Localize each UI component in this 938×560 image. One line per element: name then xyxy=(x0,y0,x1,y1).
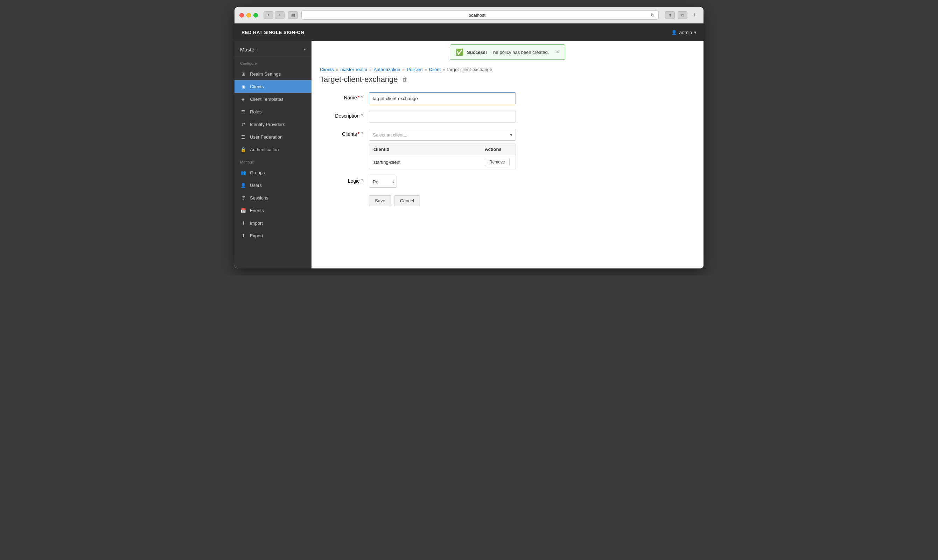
user-menu[interactable]: 👤 Admin ▾ xyxy=(671,30,697,35)
sidebar-item-import[interactable]: ⬇ Import xyxy=(235,217,312,229)
client-templates-icon: ◈ xyxy=(240,96,246,102)
name-help-icon[interactable]: ? xyxy=(361,95,363,100)
share-button[interactable]: ⬆ xyxy=(665,11,675,19)
sidebar-item-clients[interactable]: ◉ Clients xyxy=(235,80,312,93)
clients-label-container: Clients * ? xyxy=(320,129,369,137)
tab-manager-button[interactable]: ⧉ xyxy=(678,11,687,19)
clients-select[interactable]: Select an client... xyxy=(369,129,516,141)
authentication-icon: 🔒 xyxy=(240,146,246,152)
logic-select-wrapper: Po Ne xyxy=(369,176,397,188)
sidebar-label-groups: Groups xyxy=(250,170,265,175)
clients-required: * xyxy=(358,131,360,137)
manage-section-label: Manage xyxy=(235,156,312,166)
reload-button[interactable]: ↻ xyxy=(650,12,655,18)
cancel-button[interactable]: Cancel xyxy=(394,195,420,206)
app-container: RED HAT SINGLE SIGN-ON 👤 Admin ▾ Master … xyxy=(235,23,703,268)
sidebar-item-events[interactable]: 📅 Events xyxy=(235,204,312,217)
sidebar-label-import: Import xyxy=(250,220,263,226)
browser-window: ‹ › ▤ localhost ↻ ⬆ ⧉ + RED HAT SINGLE S… xyxy=(235,7,703,268)
minimize-button[interactable] xyxy=(246,13,251,17)
sidebar-item-sessions[interactable]: ⏱ Sessions xyxy=(235,191,312,204)
realm-name: Master xyxy=(240,46,256,52)
description-label-container: Description ? xyxy=(320,111,369,118)
users-icon: 👤 xyxy=(240,182,246,188)
sidebar-label-roles: Roles xyxy=(250,109,261,114)
browser-actions: ⬆ ⧉ xyxy=(665,11,687,19)
sidebar-toggle-button[interactable]: ▤ xyxy=(288,11,298,19)
identity-providers-icon: ⇄ xyxy=(240,121,246,128)
sidebar-label-client-templates: Client Templates xyxy=(250,97,283,102)
notification-message: The policy has been created. xyxy=(491,50,549,55)
name-input[interactable] xyxy=(369,92,516,104)
description-input[interactable] xyxy=(369,111,516,123)
sidebar-label-user-federation: User Federation xyxy=(250,134,283,140)
export-icon: ⬆ xyxy=(240,232,246,239)
notification-close-button[interactable]: × xyxy=(556,49,559,55)
action-buttons: Save Cancel xyxy=(369,195,420,206)
sidebar-label-identity-providers: Identity Providers xyxy=(250,122,285,127)
breadcrumb-sep-5: » xyxy=(443,67,445,72)
close-button[interactable] xyxy=(239,13,244,17)
top-nav: RED HAT SINGLE SIGN-ON 👤 Admin ▾ xyxy=(235,23,703,41)
description-field-group: Description ? xyxy=(320,111,695,123)
success-notification: ✅ Success! The policy has been created. … xyxy=(450,45,565,60)
breadcrumb-master-realm[interactable]: master-realm xyxy=(340,67,367,72)
sidebar-item-realm-settings[interactable]: ⊞ Realm Settings xyxy=(235,68,312,80)
clients-table: clientId Actions starting-client Remove xyxy=(369,143,516,169)
name-field-group: Name * ? xyxy=(320,92,695,104)
page-title: Target-client-exchange xyxy=(320,75,398,84)
brand: RED HAT SINGLE SIGN-ON xyxy=(241,30,304,35)
clients-field-group: Clients * ? Select an client... xyxy=(320,129,695,169)
realm-caret: ▾ xyxy=(304,47,306,52)
username: Admin xyxy=(679,30,692,35)
clients-help-icon[interactable]: ? xyxy=(361,132,363,137)
logic-select[interactable]: Po Ne xyxy=(369,176,397,188)
notification-bar: ✅ Success! The policy has been created. … xyxy=(312,41,703,63)
sidebar-label-sessions: Sessions xyxy=(250,195,268,200)
table-row: starting-client Remove xyxy=(369,155,515,169)
delete-button[interactable]: 🗑 xyxy=(402,76,408,83)
new-tab-button[interactable]: + xyxy=(691,11,699,19)
sidebar-item-users[interactable]: 👤 Users xyxy=(235,179,312,191)
breadcrumb-sep-3: » xyxy=(403,67,405,72)
realm-settings-icon: ⊞ xyxy=(240,71,246,77)
realm-selector[interactable]: Master ▾ xyxy=(235,41,312,57)
save-button[interactable]: Save xyxy=(369,195,391,206)
breadcrumb-sep-1: » xyxy=(336,67,338,72)
description-help-icon[interactable]: ? xyxy=(361,114,363,118)
forward-button[interactable]: › xyxy=(275,11,284,19)
breadcrumb-policies[interactable]: Policies xyxy=(407,67,423,72)
import-icon: ⬇ xyxy=(240,220,246,226)
logic-help-icon[interactable]: ? xyxy=(361,178,363,183)
sidebar-item-export[interactable]: ⬆ Export xyxy=(235,229,312,242)
actions-cell: Remove xyxy=(481,155,515,169)
maximize-button[interactable] xyxy=(254,13,258,17)
page-content: Target-client-exchange 🗑 Name * ? xyxy=(312,75,703,223)
traffic-lights xyxy=(239,13,258,17)
user-menu-caret: ▾ xyxy=(694,30,697,35)
sidebar-item-groups[interactable]: 👥 Groups xyxy=(235,166,312,179)
col-actions: Actions xyxy=(481,144,515,155)
sidebar-item-authentication[interactable]: 🔒 Authentication xyxy=(235,143,312,156)
back-button[interactable]: ‹ xyxy=(263,11,273,19)
remove-client-button[interactable]: Remove xyxy=(485,158,510,166)
description-label: Description xyxy=(335,113,360,118)
sidebar-label-realm-settings: Realm Settings xyxy=(250,71,281,77)
user-icon: 👤 xyxy=(671,30,677,35)
roles-icon: ☰ xyxy=(240,109,246,115)
breadcrumb-clients[interactable]: Clients xyxy=(320,67,334,72)
sidebar-label-authentication: Authentication xyxy=(250,147,278,152)
sidebar-item-roles[interactable]: ☰ Roles xyxy=(235,105,312,118)
sidebar-item-client-templates[interactable]: ◈ Client Templates xyxy=(235,93,312,105)
sidebar-item-identity-providers[interactable]: ⇄ Identity Providers xyxy=(235,118,312,131)
col-clientid: clientId xyxy=(369,144,481,155)
content-area: ✅ Success! The policy has been created. … xyxy=(312,41,703,268)
sidebar: Master ▾ Configure ⊞ Realm Settings ◉ Cl… xyxy=(235,41,312,268)
name-label: Name xyxy=(344,95,357,100)
clients-label: Clients xyxy=(342,131,357,137)
sidebar-item-user-federation[interactable]: ☰ User Federation xyxy=(235,131,312,143)
url-bar[interactable]: localhost ↻ xyxy=(301,11,659,20)
breadcrumb-client[interactable]: Client xyxy=(429,67,441,72)
breadcrumb-authorization[interactable]: Authorization xyxy=(374,67,400,72)
user-federation-icon: ☰ xyxy=(240,134,246,140)
